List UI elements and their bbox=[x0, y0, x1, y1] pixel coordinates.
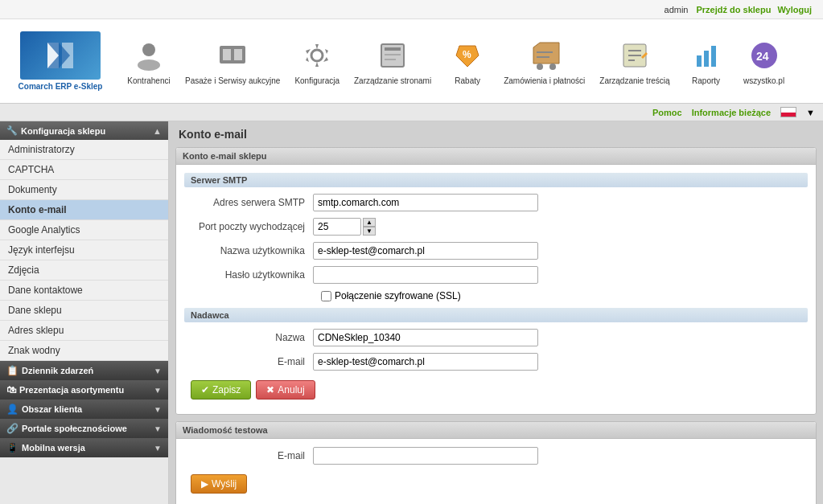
svg-rect-6 bbox=[223, 49, 231, 60]
nav-zarzadzanie-stronami[interactable]: Zarządzanie stronami bbox=[348, 33, 438, 89]
portale-expand-icon: ▼ bbox=[154, 424, 162, 433]
wszystko-icon: 24 bbox=[745, 36, 784, 75]
test-email-row: E-mail bbox=[184, 447, 808, 465]
main-section-body: Serwer SMTP Adres serwera SMTP Port pocz… bbox=[176, 165, 816, 414]
sidebar-item-znak-wodny[interactable]: Znak wodny bbox=[0, 341, 168, 361]
page-title: Konto e-mail bbox=[175, 128, 817, 141]
info-link[interactable]: Informacje bieżące bbox=[692, 108, 771, 117]
nav-pasaze-label: Pasaże i Serwisy aukcyjne bbox=[185, 76, 280, 86]
smtp-port-down-btn[interactable]: ▼ bbox=[363, 227, 376, 236]
sender-name-label: Nazwa bbox=[184, 332, 313, 343]
svg-point-15 bbox=[549, 64, 556, 70]
admin-username: admin bbox=[665, 5, 689, 14]
nav-kontrahenci-label: Kontrahenci bbox=[127, 76, 170, 86]
svg-rect-24 bbox=[711, 46, 716, 67]
sidebar-item-google-analytics[interactable]: Google Analytics bbox=[0, 220, 168, 240]
action-buttons: ✔ Zapisz ✖ Anuluj bbox=[184, 377, 808, 403]
sidebar-item-dane-kontaktowe[interactable]: Dane kontaktowe bbox=[0, 281, 168, 301]
zamowienia-icon bbox=[525, 36, 564, 75]
sender-email-input[interactable] bbox=[313, 353, 538, 371]
smtp-port-up-btn[interactable]: ▲ bbox=[363, 218, 376, 227]
svg-rect-12 bbox=[385, 59, 396, 60]
send-button-row: ▶ Wyślij bbox=[184, 471, 808, 497]
smtp-address-label: Adres serwera SMTP bbox=[184, 197, 313, 208]
svg-rect-22 bbox=[697, 55, 702, 67]
sender-name-input[interactable] bbox=[313, 329, 538, 346]
nav-wszystko[interactable]: 24 wszystko.pl bbox=[736, 33, 792, 89]
sidebar-item-jezyk-interfejsu[interactable]: Język interfejsu bbox=[0, 240, 168, 260]
svg-rect-7 bbox=[234, 49, 242, 60]
svg-point-4 bbox=[138, 59, 160, 71]
zarzadzanie-stronami-icon bbox=[373, 36, 412, 75]
smtp-address-input[interactable] bbox=[313, 194, 538, 211]
nav-rabaty-label: Rabaty bbox=[455, 76, 480, 86]
sidebar-group-prezentacja[interactable]: 🛍 Prezentacja asortymentu ▼ bbox=[0, 380, 168, 400]
sidebar-item-zdjecia[interactable]: Zdjęcia bbox=[0, 260, 168, 281]
svg-text:%: % bbox=[463, 49, 471, 60]
nav-zarzadzanie-trescia-label: Zarządzanie treścią bbox=[599, 76, 669, 86]
ssl-checkbox[interactable] bbox=[321, 291, 331, 301]
portale-icon: 🔗 bbox=[6, 423, 19, 434]
sidebar-group-mobilna[interactable]: 📱 Mobilna wersja ▼ bbox=[0, 438, 168, 457]
svg-rect-11 bbox=[385, 54, 401, 55]
smtp-password-input[interactable] bbox=[313, 266, 538, 284]
sidebar-item-dane-sklepu[interactable]: Dane sklepu bbox=[0, 301, 168, 321]
smtp-password-label: Hasło użytkownika bbox=[184, 269, 313, 281]
nav-kontrahenci[interactable]: Kontrahenci bbox=[121, 33, 177, 89]
send-button[interactable]: ▶ Wyślij bbox=[191, 474, 247, 494]
smtp-address-row: Adres serwera SMTP bbox=[184, 194, 808, 211]
save-button[interactable]: ✔ Zapisz bbox=[191, 380, 251, 400]
pasaze-icon bbox=[213, 36, 252, 75]
cancel-button[interactable]: ✖ Anuluj bbox=[256, 380, 315, 400]
kontrahenci-icon bbox=[130, 36, 168, 75]
cancel-x-icon: ✖ bbox=[266, 384, 274, 395]
nav-zamowienia-label: Zamówienia i płatności bbox=[504, 76, 585, 86]
prezentacja-expand-icon: ▼ bbox=[154, 386, 162, 395]
smtp-port-input[interactable] bbox=[313, 218, 361, 236]
sidebar-collapse-icon: ▲ bbox=[153, 126, 162, 136]
nav-raporty[interactable]: Raporty bbox=[678, 33, 735, 89]
dziennik-icon: 📋 bbox=[6, 365, 19, 376]
svg-rect-23 bbox=[704, 51, 709, 67]
test-section-body: E-mail ▶ Wyślij bbox=[176, 439, 816, 504]
sidebar-item-adres-sklepu[interactable]: Adres sklepu bbox=[0, 321, 168, 341]
sidebar-header-icon: 🔧 bbox=[6, 125, 18, 136]
prezentacja-icon: 🛍 bbox=[6, 384, 16, 395]
svg-point-14 bbox=[537, 64, 543, 70]
logo-icon bbox=[44, 39, 76, 72]
mobilna-expand-icon: ▼ bbox=[154, 444, 162, 453]
sidebar-header-label: Konfiguracja sklepu bbox=[21, 126, 105, 136]
sidebar-group-portale[interactable]: 🔗 Portale społecznościowe ▼ bbox=[0, 419, 168, 438]
sidebar-group-obszar-klienta[interactable]: 👤 Obszar klienta ▼ bbox=[0, 400, 168, 419]
obszar-klienta-expand-icon: ▼ bbox=[154, 405, 162, 414]
sender-name-row: Nazwa bbox=[184, 329, 808, 346]
smtp-user-input[interactable] bbox=[313, 242, 538, 260]
sidebar-header[interactable]: 🔧 Konfiguracja sklepu ▲ bbox=[0, 121, 168, 140]
smtp-port-spinner: ▲ ▼ bbox=[313, 218, 376, 236]
help-link[interactable]: Pomoc bbox=[652, 108, 682, 117]
ssl-label: Połączenie szyfrowane (SSL) bbox=[335, 290, 461, 301]
main-area: 🔧 Konfiguracja sklepu ▲ Administratorzy … bbox=[0, 121, 823, 504]
logo-label: Comarch ERP e-Sklep bbox=[19, 82, 103, 91]
test-section-box: Wiadomość testowa E-mail ▶ Wyślij bbox=[175, 421, 817, 504]
nav-konfiguracja[interactable]: Konfiguracja bbox=[288, 33, 346, 89]
logout-link[interactable]: Wyloguj bbox=[777, 5, 812, 14]
sidebar-item-captcha[interactable]: CAPTCHA bbox=[0, 160, 168, 180]
test-email-input[interactable] bbox=[313, 447, 538, 465]
nav-zarzadzanie-trescia[interactable]: Zarządzanie treścią bbox=[593, 33, 676, 89]
svg-rect-10 bbox=[385, 47, 401, 51]
sidebar-group-dziennik[interactable]: 📋 Dziennik zdarzeń ▼ bbox=[0, 361, 168, 380]
sidebar-item-administratorzy[interactable]: Administratorzy bbox=[0, 140, 168, 160]
nav-pasaze[interactable]: Pasaże i Serwisy aukcyjne bbox=[179, 33, 286, 89]
sidebar: 🔧 Konfiguracja sklepu ▲ Administratorzy … bbox=[0, 121, 169, 504]
nav-zamowienia[interactable]: Zamówienia i płatności bbox=[497, 33, 591, 89]
nav-wszystko-label: wszystko.pl bbox=[743, 76, 784, 86]
sidebar-item-konto-email[interactable]: Konto e-mail bbox=[0, 200, 168, 220]
svg-point-8 bbox=[311, 50, 323, 61]
test-email-label: E-mail bbox=[184, 450, 313, 461]
nav-rabaty[interactable]: % Rabaty bbox=[439, 33, 496, 89]
logo-area: Comarch ERP e-Sklep bbox=[8, 31, 113, 91]
go-to-shop-link[interactable]: Przejdź do sklepu bbox=[697, 5, 772, 14]
sidebar-item-dokumenty[interactable]: Dokumenty bbox=[0, 180, 168, 200]
test-section-header: Wiadomość testowa bbox=[176, 422, 816, 439]
